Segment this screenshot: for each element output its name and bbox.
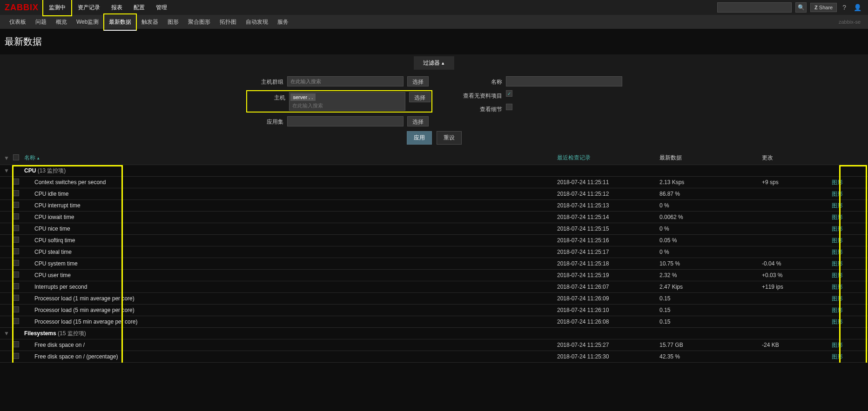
item-name: Processor load (5 min average per core) [34, 307, 135, 313]
item-change: +9 sps [762, 179, 832, 186]
graph-link[interactable]: 图形 [832, 353, 843, 360]
group-count: (15 监控项) [58, 330, 86, 337]
host-label: 主机 [248, 92, 285, 102]
host-multiselect[interactable]: server . . [289, 92, 405, 111]
host-input[interactable] [290, 102, 404, 109]
topnav-inventory[interactable]: 资产记录 [72, 0, 106, 15]
subnav-triggers[interactable]: 触发器 [137, 14, 163, 30]
group-row[interactable]: ▼CPU (13 监控项) [0, 165, 868, 177]
item-lastdata: 0 % [659, 225, 762, 232]
graph-link[interactable]: 图形 [832, 249, 843, 255]
item-lastcheck: 2018-07-24 11:25:30 [557, 353, 659, 360]
item-row: Processor load (1 min average per core)2… [0, 293, 868, 305]
item-checkbox[interactable] [13, 295, 19, 301]
group-row[interactable]: ▼Filesystems (15 监控项) [0, 328, 868, 339]
host-tag[interactable]: server . . [290, 93, 316, 101]
item-lastdata: 15.77 GB [659, 342, 762, 348]
item-checkbox[interactable] [13, 190, 19, 196]
group-name: CPU [24, 167, 36, 174]
item-row: Context switches per second2018-07-24 11… [0, 177, 868, 188]
subnav-problems[interactable]: 问题 [31, 14, 51, 30]
filter-toggle[interactable]: 过滤器 [414, 56, 454, 70]
graph-link[interactable]: 图形 [832, 284, 843, 290]
item-row: CPU iowait time2018-07-24 11:25:140.0062… [0, 212, 868, 223]
header-lastcheck[interactable]: 最近检查记录 [557, 154, 591, 161]
item-checkbox[interactable] [13, 306, 19, 312]
share-button[interactable]: Z Share [810, 3, 837, 12]
topnav-monitoring[interactable]: 监测中 [42, 0, 72, 16]
item-checkbox[interactable] [13, 272, 19, 278]
graph-link[interactable]: 图形 [832, 272, 843, 278]
user-icon[interactable]: 👤 [852, 4, 863, 11]
help-icon[interactable]: ? [841, 4, 848, 11]
item-checkbox[interactable] [13, 260, 19, 266]
graph-link[interactable]: 图形 [832, 318, 843, 325]
item-checkbox[interactable] [13, 283, 19, 289]
appset-input[interactable] [287, 116, 404, 126]
subnav-services[interactable]: 服务 [273, 14, 293, 30]
item-checkbox[interactable] [13, 213, 19, 219]
item-checkbox[interactable] [13, 341, 19, 347]
graph-link[interactable]: 图形 [832, 307, 843, 313]
checkbox-all[interactable] [13, 154, 19, 160]
noinventory-label: 查看无资料项目 [451, 90, 502, 100]
item-name: CPU system time [34, 260, 78, 267]
topnav-admin[interactable]: 管理 [150, 0, 173, 15]
item-lastcheck: 2018-07-24 11:25:11 [557, 179, 659, 186]
subnav-discovery[interactable]: 自动发现 [241, 14, 273, 30]
graph-link[interactable]: 图形 [832, 260, 843, 267]
item-name: Interrupts per second [34, 284, 87, 290]
item-checkbox[interactable] [13, 179, 19, 185]
item-checkbox[interactable] [13, 353, 19, 359]
subnav-maps[interactable]: 拓扑图 [215, 14, 241, 30]
graph-link[interactable]: 图形 [832, 202, 843, 209]
reset-button[interactable]: 重设 [437, 131, 462, 145]
subnav-overview[interactable]: 概览 [51, 14, 72, 30]
graph-link[interactable]: 图形 [832, 191, 843, 197]
item-checkbox[interactable] [13, 318, 19, 324]
hostgroup-select-button[interactable]: 选择 [407, 76, 429, 86]
expand-all-icon[interactable]: ▼ [4, 155, 13, 161]
item-row: CPU user time2018-07-24 11:25:192.32 %+0… [0, 270, 868, 281]
name-input[interactable] [506, 76, 622, 86]
item-name: Processor load (15 min average per core) [34, 318, 137, 325]
item-checkbox[interactable] [13, 225, 19, 231]
item-name: CPU steal time [34, 249, 72, 255]
item-checkbox[interactable] [13, 237, 19, 243]
item-lastdata: 0.05 % [659, 237, 762, 244]
collapse-icon[interactable]: ▼ [4, 167, 13, 174]
item-lastcheck: 2018-07-24 11:25:14 [557, 214, 659, 220]
item-checkbox[interactable] [13, 248, 19, 254]
subnav-graphs[interactable]: 图形 [163, 14, 183, 30]
graph-link[interactable]: 图形 [832, 342, 843, 348]
graph-link[interactable]: 图形 [832, 225, 843, 232]
item-change: +119 ips [762, 284, 832, 290]
item-lastcheck: 2018-07-24 11:25:15 [557, 225, 659, 232]
collapse-icon[interactable]: ▼ [4, 330, 13, 337]
search-input[interactable] [717, 2, 792, 13]
subnav-web[interactable]: Web监测 [72, 14, 103, 30]
graph-link[interactable]: 图形 [832, 237, 843, 244]
subnav-dashboard[interactable]: 仪表板 [5, 14, 31, 30]
apply-button[interactable]: 应用 [407, 131, 432, 145]
noinventory-checkbox[interactable]: ✓ [506, 90, 512, 97]
server-label: zabbix-se [839, 19, 863, 25]
item-lastdata: 0 % [659, 202, 762, 209]
item-row: CPU nice time2018-07-24 11:25:150 %图形 [0, 223, 868, 235]
graph-link[interactable]: 图形 [832, 295, 843, 302]
search-icon[interactable]: 🔍 [795, 2, 807, 13]
item-row: CPU steal time2018-07-24 11:25:170 %图形 [0, 246, 868, 258]
appset-select-button[interactable]: 选择 [407, 116, 429, 126]
graph-link[interactable]: 图形 [832, 214, 843, 220]
host-select-button[interactable]: 选择 [409, 92, 431, 102]
subnav-screens[interactable]: 聚合图形 [183, 14, 215, 30]
item-checkbox[interactable] [13, 202, 19, 208]
subnav-latestdata[interactable]: 最新数据 [103, 13, 137, 31]
item-lastcheck: 2018-07-24 11:25:27 [557, 342, 659, 348]
detail-checkbox[interactable] [506, 104, 512, 110]
header-name[interactable]: 名称 [24, 154, 40, 161]
item-lastcheck: 2018-07-24 11:25:16 [557, 237, 659, 244]
hostgroup-input[interactable] [287, 76, 404, 86]
graph-link[interactable]: 图形 [832, 179, 843, 186]
item-lastcheck: 2018-07-24 11:26:09 [557, 295, 659, 302]
